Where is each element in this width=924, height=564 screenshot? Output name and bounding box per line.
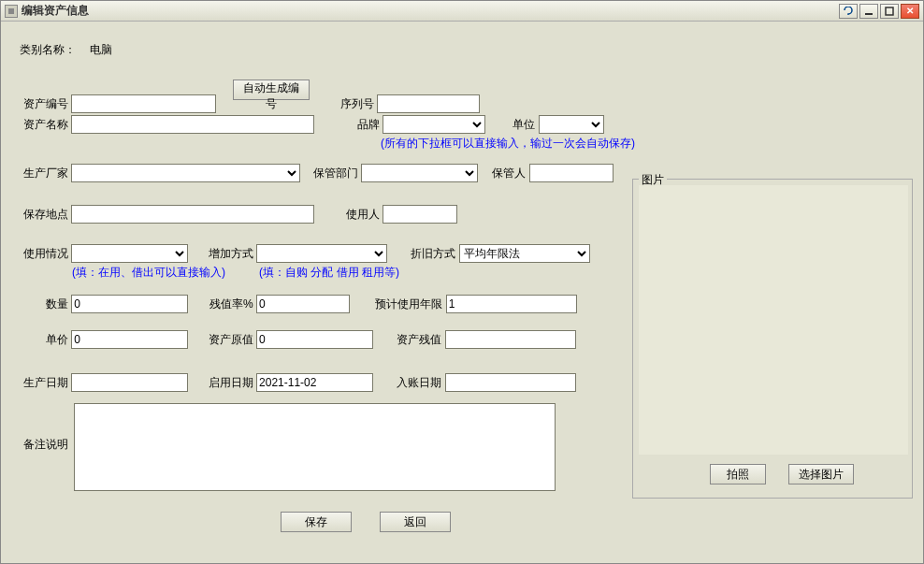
titlebar: 编辑资产信息 ✕ bbox=[1, 1, 923, 22]
window-title: 编辑资产信息 bbox=[22, 3, 837, 19]
entry-date-input[interactable] bbox=[445, 373, 576, 392]
use-status-label: 使用情况 bbox=[20, 246, 68, 262]
orig-value-label: 资产原值 bbox=[199, 332, 253, 348]
salvage-rate-label: 残值率% bbox=[199, 296, 253, 312]
custody-dept-label: 保管部门 bbox=[304, 166, 358, 181]
depr-method-select[interactable]: 平均年限法 bbox=[459, 244, 590, 263]
user-input[interactable] bbox=[383, 205, 457, 224]
brand-select[interactable] bbox=[383, 115, 485, 134]
unit-price-input[interactable] bbox=[71, 330, 188, 349]
svg-rect-1 bbox=[886, 7, 893, 15]
expected-life-input[interactable] bbox=[446, 295, 577, 313]
add-method-select[interactable] bbox=[256, 244, 387, 263]
serial-label: 序列号 bbox=[327, 96, 374, 112]
remark-textarea[interactable] bbox=[74, 403, 556, 491]
prod-date-input[interactable] bbox=[71, 373, 188, 392]
asset-name-input[interactable] bbox=[71, 115, 314, 134]
choose-image-button[interactable]: 选择图片 bbox=[788, 464, 854, 484]
depr-method-label: 折旧方式 bbox=[401, 246, 455, 262]
asset-name-label: 资产名称 bbox=[20, 117, 68, 133]
user-label: 使用人 bbox=[333, 207, 380, 223]
start-date-label: 启用日期 bbox=[199, 375, 253, 391]
unit-price-label: 单价 bbox=[20, 332, 68, 348]
add-method-label: 增加方式 bbox=[199, 246, 253, 262]
maximize-button[interactable] bbox=[880, 4, 899, 19]
category-label: 类别名称： bbox=[20, 42, 76, 58]
back-button[interactable]: 返回 bbox=[380, 512, 451, 532]
remark-label: 备注说明 bbox=[20, 437, 68, 453]
take-photo-button[interactable]: 拍照 bbox=[710, 464, 766, 484]
orig-value-input[interactable] bbox=[256, 330, 373, 349]
custody-dept-select[interactable] bbox=[361, 164, 478, 182]
use-status-select[interactable] bbox=[71, 244, 188, 263]
custodian-label: 保管人 bbox=[481, 166, 526, 181]
image-preview bbox=[639, 185, 908, 455]
brand-label: 品牌 bbox=[333, 117, 380, 133]
location-label: 保存地点 bbox=[20, 207, 68, 223]
manufacturer-label: 生产厂家 bbox=[20, 166, 68, 181]
quantity-label: 数量 bbox=[20, 296, 68, 312]
add-method-hint: (填：自购 分配 借用 租用等) bbox=[259, 265, 399, 281]
start-date-input[interactable] bbox=[256, 373, 373, 392]
salvage-value-label: 资产残值 bbox=[387, 332, 441, 348]
salvage-value-input[interactable] bbox=[445, 330, 576, 349]
serial-input[interactable] bbox=[377, 94, 480, 113]
minimize-button[interactable] bbox=[859, 4, 878, 19]
quantity-input[interactable] bbox=[71, 295, 188, 313]
asset-no-label: 资产编号 bbox=[20, 96, 68, 112]
unit-select[interactable] bbox=[539, 115, 604, 134]
image-panel: 图片 拍照 选择图片 bbox=[632, 179, 913, 499]
salvage-rate-input[interactable] bbox=[256, 295, 350, 313]
close-button[interactable]: ✕ bbox=[901, 4, 919, 19]
dropdown-hint: (所有的下拉框可以直接输入，输过一次会自动保存) bbox=[381, 136, 635, 152]
expected-life-label: 预计使用年限 bbox=[362, 296, 442, 312]
asset-no-input[interactable] bbox=[71, 94, 216, 113]
prod-date-label: 生产日期 bbox=[20, 375, 68, 391]
save-button[interactable]: 保存 bbox=[281, 512, 352, 532]
manufacturer-select[interactable] bbox=[71, 164, 300, 182]
app-icon bbox=[5, 5, 18, 18]
autogen-button[interactable]: 自动生成编号 bbox=[233, 80, 310, 100]
category-value: 电脑 bbox=[90, 43, 112, 56]
location-input[interactable] bbox=[71, 205, 314, 224]
unit-label: 单位 bbox=[498, 117, 535, 133]
entry-date-label: 入账日期 bbox=[387, 375, 441, 391]
custodian-input[interactable] bbox=[529, 164, 614, 182]
help-button[interactable] bbox=[839, 4, 858, 19]
use-status-hint: (填：在用、借出可以直接输入) bbox=[72, 265, 225, 281]
